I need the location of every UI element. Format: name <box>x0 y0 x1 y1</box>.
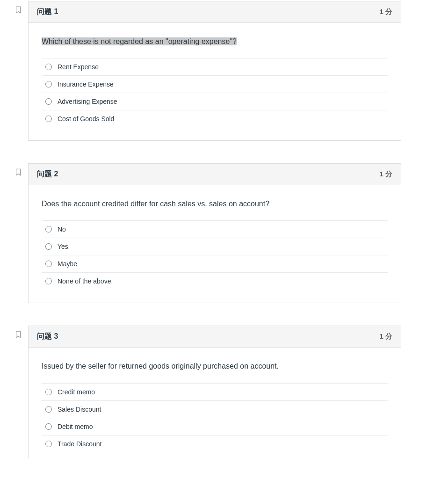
question-block: 问题 3 1 分 Issued by the seller for return… <box>14 326 401 457</box>
radio-icon[interactable] <box>45 441 52 447</box>
question-header: 问题 2 1 分 <box>29 164 401 185</box>
question-block: 问题 1 1 分 Which of these is not regarded … <box>14 1 401 141</box>
answer-option[interactable]: Cost of Goods Sold <box>42 110 388 127</box>
answer-label: No <box>58 225 66 233</box>
question-prompt-text: Which of these is not regarded as an "op… <box>42 37 237 45</box>
answer-label: Debit memo <box>58 423 93 430</box>
answer-label: Cost of Goods Sold <box>58 115 114 123</box>
question-header: 问题 1 1 分 <box>29 1 401 23</box>
radio-icon[interactable] <box>45 423 52 430</box>
question-points: 1 分 <box>379 7 392 16</box>
question-header: 问题 3 1 分 <box>29 326 401 348</box>
answer-label: Yes <box>58 243 68 250</box>
radio-icon[interactable] <box>45 98 52 105</box>
answer-label: Advertising Expense <box>58 98 117 105</box>
question-prompt: Issued by the seller for returned goods … <box>42 361 388 371</box>
question-prompt: Does the account credited differ for cas… <box>42 198 388 209</box>
answer-label: Insurance Expense <box>58 80 114 88</box>
answer-option[interactable]: Advertising Expense <box>42 93 388 110</box>
answer-option[interactable]: Trade Discount <box>42 435 388 452</box>
answer-label: Trade Discount <box>58 440 101 448</box>
answer-label: Credit memo <box>58 388 95 396</box>
bookmark-icon[interactable] <box>14 170 22 178</box>
answer-label: Sales Discount <box>58 406 101 413</box>
answer-option[interactable]: Sales Discount <box>42 401 388 418</box>
radio-icon[interactable] <box>45 81 52 87</box>
answer-option[interactable]: Yes <box>42 238 388 255</box>
answer-label: None of the above. <box>58 277 113 285</box>
question-block: 问题 2 1 分 Does the account credited diffe… <box>14 163 401 303</box>
radio-icon[interactable] <box>45 226 52 232</box>
radio-icon[interactable] <box>45 116 52 122</box>
question-points: 1 分 <box>379 170 392 179</box>
answer-option[interactable]: None of the above. <box>42 273 388 290</box>
radio-icon[interactable] <box>45 389 52 395</box>
radio-icon[interactable] <box>45 278 52 284</box>
radio-icon[interactable] <box>45 243 52 250</box>
question-title: 问题 2 <box>37 169 58 179</box>
question-prompt-text: Does the account credited differ for cas… <box>42 200 269 208</box>
question-prompt-text: Issued by the seller for returned goods … <box>42 362 279 370</box>
answer-label: Rent Expense <box>58 63 99 71</box>
answer-option[interactable]: Insurance Expense <box>42 76 388 93</box>
question-prompt: Which of these is not regarded as an "op… <box>42 36 388 47</box>
question-title: 问题 1 <box>37 7 58 17</box>
bookmark-icon[interactable] <box>14 7 22 15</box>
answer-label: Maybe <box>58 260 77 268</box>
radio-icon[interactable] <box>45 406 52 413</box>
answer-option[interactable]: Credit memo <box>42 384 388 401</box>
radio-icon[interactable] <box>45 261 52 267</box>
answer-option[interactable]: Rent Expense <box>42 58 388 76</box>
radio-icon[interactable] <box>45 64 52 70</box>
question-title: 问题 3 <box>37 332 58 341</box>
answer-option[interactable]: No <box>42 221 388 238</box>
answer-option[interactable]: Maybe <box>42 255 388 273</box>
question-points: 1 分 <box>379 332 392 341</box>
answer-option[interactable]: Debit memo <box>42 418 388 435</box>
bookmark-icon[interactable] <box>14 332 22 340</box>
